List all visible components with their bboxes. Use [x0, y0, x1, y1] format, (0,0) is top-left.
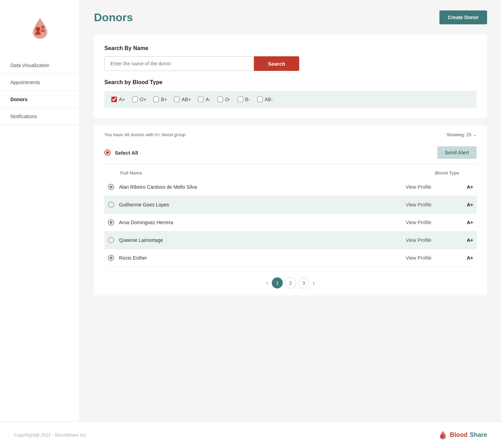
donor-select-radio-1[interactable]: [108, 184, 114, 190]
donor-name-3: Aroa Dominguez Herrera: [119, 220, 406, 225]
footer-brand-blood: Blood: [450, 431, 468, 439]
footer-logo-icon: [438, 430, 448, 440]
search-by-blood-label: Search by Blood Type: [104, 79, 477, 85]
sidebar-item-donors[interactable]: Donors: [0, 91, 80, 108]
blood-type-filters: A+ O+ B+ AB+ A- O- B-: [104, 91, 477, 108]
blood-type-a-minus[interactable]: A-: [198, 97, 210, 102]
view-profile-link-4[interactable]: View Profile: [406, 237, 431, 243]
footer-brand: BloodShare: [438, 430, 487, 440]
donor-name-4: Queenie Laimortage: [119, 237, 406, 243]
select-all-row: Select All Send Alert: [104, 143, 477, 164]
list-meta: You have 48 donors with A+ blood group S…: [104, 132, 477, 137]
pagination: ‹ 1 2 3 ›: [104, 277, 477, 288]
blood-type-b-plus-checkbox[interactable]: [153, 97, 159, 102]
donor-name-5: Rocio Esther: [119, 255, 406, 261]
send-alert-button[interactable]: Send Alert: [437, 146, 477, 159]
sidebar-item-data-visualization[interactable]: Data Visualization: [0, 57, 80, 74]
search-by-name-label: Search By Name: [104, 45, 477, 51]
footer-copyright: CopyRight@ 2022 - BloodShare Inc.: [14, 432, 87, 438]
blood-type-a-plus[interactable]: A+: [111, 97, 125, 102]
donor-blood-type-4: A+: [459, 237, 473, 243]
pagination-page-3[interactable]: 3: [298, 277, 309, 288]
table-row: Guilherme Goes Lopes View Profile A+: [104, 196, 477, 214]
search-row: Search: [104, 56, 477, 71]
chevron-down-icon: ⌄: [473, 132, 477, 137]
table-row: Queenie Laimortage View Profile A+: [104, 231, 477, 249]
svg-point-1: [41, 25, 45, 29]
blood-type-b-minus[interactable]: B-: [238, 97, 250, 102]
donor-blood-type-3: A+: [459, 220, 473, 225]
blood-type-o-minus[interactable]: O-: [217, 97, 231, 102]
blood-type-ab-plus[interactable]: AB+: [174, 97, 191, 102]
svg-point-0: [35, 27, 40, 32]
blood-type-b-minus-checkbox[interactable]: [238, 97, 243, 102]
donors-list-section: You have 48 donors with A+ blood group S…: [94, 125, 487, 295]
footer-brand-share: Share: [470, 431, 487, 439]
donor-select-radio-4[interactable]: [108, 237, 114, 243]
pagination-page-2[interactable]: 2: [285, 277, 296, 288]
donor-select-radio-3[interactable]: [108, 219, 114, 226]
blood-type-ab-minus-checkbox[interactable]: [257, 97, 263, 102]
blood-type-a-minus-checkbox[interactable]: [198, 97, 204, 102]
sidebar: Data Visualization Appointments Donors N…: [0, 0, 80, 421]
logo-container: [19, 7, 61, 50]
search-input[interactable]: [104, 56, 254, 71]
column-header-bloodtype: Blood Type: [435, 170, 473, 176]
donor-select-radio-2[interactable]: [108, 202, 114, 208]
donor-blood-type-5: A+: [459, 255, 473, 261]
blood-type-ab-plus-checkbox[interactable]: [174, 97, 180, 102]
pagination-page-1[interactable]: 1: [272, 277, 283, 288]
pagination-next[interactable]: ›: [311, 280, 316, 286]
app-logo: [26, 14, 54, 42]
footer: CopyRight@ 2022 - BloodShare Inc. BloodS…: [0, 421, 501, 448]
blood-type-o-plus-checkbox[interactable]: [132, 97, 138, 102]
table-header: Full Name Blood Type: [104, 168, 477, 178]
search-button[interactable]: Search: [254, 56, 299, 71]
blood-type-ab-minus[interactable]: AB-: [257, 97, 273, 102]
page-title: Donors: [94, 11, 133, 24]
donor-name-2: Guilherme Goes Lopes: [119, 202, 406, 207]
donor-blood-type-1: A+: [459, 184, 473, 190]
page-header: Donors Create Donor: [94, 10, 487, 24]
create-donor-button[interactable]: Create Donor: [439, 10, 487, 24]
blood-type-a-plus-checkbox[interactable]: [111, 97, 117, 102]
sidebar-item-notifications[interactable]: Notifications: [0, 108, 80, 125]
view-profile-link-5[interactable]: View Profile: [406, 255, 431, 261]
search-section: Search By Name Search Search by Blood Ty…: [94, 35, 487, 118]
nav-menu: Data Visualization Appointments Donors N…: [0, 57, 80, 125]
select-all-label: Select All: [115, 150, 138, 156]
pagination-prev[interactable]: ‹: [265, 280, 270, 286]
main-content: Donors Create Donor Search By Name Searc…: [80, 0, 501, 421]
donors-count: You have 48 donors with A+ blood group: [104, 132, 185, 137]
table-row: Alan Ribeiro Cardoso de Mello Silva View…: [104, 178, 477, 196]
view-profile-link-2[interactable]: View Profile: [406, 202, 431, 207]
blood-type-b-plus[interactable]: B+: [153, 97, 167, 102]
blood-type-o-plus[interactable]: O+: [132, 97, 146, 102]
view-profile-link-3[interactable]: View Profile: [406, 220, 431, 225]
select-all-left: Select All: [104, 149, 138, 156]
showing-dropdown[interactable]: Showing: 25 ⌄: [446, 132, 477, 137]
select-all-radio[interactable]: [104, 149, 111, 156]
table-row: Rocio Esther View Profile A+: [104, 249, 477, 267]
svg-point-3: [443, 434, 445, 436]
view-profile-link-1[interactable]: View Profile: [406, 184, 431, 190]
donor-name-1: Alan Ribeiro Cardoso de Mello Silva: [119, 184, 406, 190]
donor-select-radio-5[interactable]: [108, 255, 114, 261]
blood-type-o-minus-checkbox[interactable]: [217, 97, 223, 102]
donor-blood-type-2: A+: [459, 202, 473, 207]
column-header-fullname: Full Name: [120, 170, 142, 176]
table-row: Aroa Dominguez Herrera View Profile A+: [104, 214, 477, 231]
sidebar-item-appointments[interactable]: Appointments: [0, 74, 80, 91]
